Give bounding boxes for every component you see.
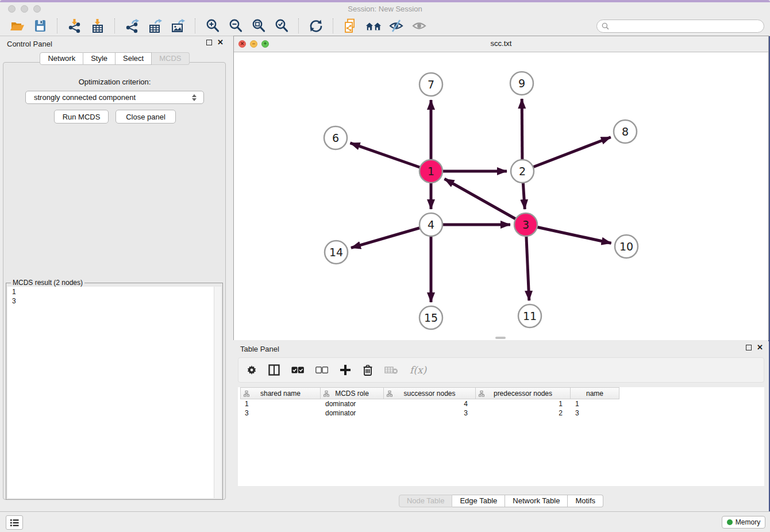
deselect-all-icon[interactable] xyxy=(315,367,328,373)
tab-mcds[interactable]: MCDS xyxy=(152,52,189,65)
select-all-icon[interactable] xyxy=(291,367,304,373)
import-network-icon[interactable] xyxy=(66,18,83,34)
save-session-icon[interactable] xyxy=(32,18,49,34)
column-header-mcds-role[interactable]: MCDS role xyxy=(321,387,384,399)
import-table-icon[interactable] xyxy=(89,18,106,34)
cell-predecessor-nodes: 2 xyxy=(476,409,571,417)
cell-successor-nodes: 4 xyxy=(384,400,476,408)
hide-selected-icon[interactable] xyxy=(388,18,405,34)
tab-style[interactable]: Style xyxy=(83,52,116,65)
result-node: 1 xyxy=(12,288,221,296)
dropdown-stepper-icon xyxy=(192,94,197,101)
control-panel-title: Control Panel xyxy=(7,40,52,48)
cell-shared-name: 3 xyxy=(240,409,321,417)
toolbar-separator xyxy=(333,18,334,33)
graph-node-label-14: 14 xyxy=(329,246,343,259)
float-panel-icon[interactable] xyxy=(206,40,212,45)
graph-node-label-11: 11 xyxy=(523,310,537,322)
export-table-icon[interactable] xyxy=(147,18,164,34)
toggle-columns-icon[interactable] xyxy=(268,364,280,376)
graph-edge-4-14[interactable] xyxy=(351,225,431,248)
memory-status-icon xyxy=(727,519,733,525)
delete-table-icon xyxy=(384,365,398,375)
show-all-icon[interactable] xyxy=(411,18,428,34)
tab-network[interactable]: Network xyxy=(40,52,83,65)
first-neighbors-icon[interactable] xyxy=(365,18,382,34)
cell-successor-nodes: 3 xyxy=(384,409,476,417)
network-window-titlebar[interactable]: ✕ − + scc.txt xyxy=(234,36,768,52)
hierarchy-icon xyxy=(387,391,392,397)
graph-node-label-7: 7 xyxy=(428,78,434,91)
column-header-name[interactable]: name xyxy=(571,387,619,399)
zoom-in-icon[interactable] xyxy=(204,18,221,34)
function-builder-icon: f(x) xyxy=(410,364,426,376)
table-row[interactable]: 3dominator323 xyxy=(240,408,619,418)
run-mcds-button[interactable]: Run MCDS xyxy=(54,110,109,124)
tab-node-table[interactable]: Node Table xyxy=(399,495,453,507)
search-input[interactable] xyxy=(613,21,759,31)
tab-edge-table[interactable]: Edge Table xyxy=(452,495,505,507)
control-panel: Control Panel ✕ NetworkStyleSelectMCDS O… xyxy=(0,36,229,507)
result-node: 3 xyxy=(12,297,221,305)
graph-node-label-3: 3 xyxy=(522,218,529,231)
criterion-dropdown[interactable]: strongly connected component xyxy=(25,91,204,104)
network-title: scc.txt xyxy=(234,39,768,48)
table-panel-title: Table Panel xyxy=(240,345,279,353)
column-header-shared-name[interactable]: shared name xyxy=(240,387,321,399)
tab-motifs[interactable]: Motifs xyxy=(568,495,603,507)
open-session-icon[interactable] xyxy=(9,18,26,34)
apply-layout-icon[interactable] xyxy=(307,18,325,34)
memory-button[interactable]: Memory xyxy=(722,516,765,529)
toolbar-separator xyxy=(195,18,196,33)
cell-mcds-role: dominator xyxy=(321,400,384,408)
table-row[interactable]: 1dominator411 xyxy=(240,399,619,408)
result-scrollbar[interactable] xyxy=(214,287,221,498)
column-label: MCDS role xyxy=(335,390,369,398)
cell-name: 3 xyxy=(571,409,619,417)
tab-select[interactable]: Select xyxy=(116,52,152,65)
network-window: ✕ − + scc.txt 7968124314101511 xyxy=(233,36,769,340)
optimization-criterion-label: Optimization criterion: xyxy=(0,78,229,86)
column-label: predecessor nodes xyxy=(494,390,552,398)
graph-edge-3-1[interactable] xyxy=(445,179,526,225)
network-canvas[interactable]: 7968124314101511 xyxy=(234,52,768,340)
hierarchy-icon xyxy=(479,391,484,397)
zoom-fit-icon[interactable] xyxy=(250,18,267,34)
column-settings-icon[interactable] xyxy=(247,365,257,375)
search-field xyxy=(596,20,764,33)
zoom-out-icon[interactable] xyxy=(227,18,244,34)
column-header-successor-nodes[interactable]: successor nodes xyxy=(384,387,476,399)
table-panel: Table Panel ✕ xyxy=(233,341,769,511)
close-table-panel-icon[interactable]: ✕ xyxy=(757,345,763,350)
graph-edge-2-8[interactable] xyxy=(522,137,611,171)
graph-edge-3-10[interactable] xyxy=(526,225,611,243)
close-panel-icon[interactable]: ✕ xyxy=(217,40,224,45)
column-label: name xyxy=(586,390,603,398)
status-bar: Memory xyxy=(0,511,770,532)
session-title: Session: New Session xyxy=(0,5,770,13)
graph-edge-1-6[interactable] xyxy=(350,143,431,171)
graph-node-label-4: 4 xyxy=(428,218,434,231)
column-header-predecessor-nodes[interactable]: predecessor nodes xyxy=(476,387,571,399)
new-network-from-selection-icon[interactable] xyxy=(342,18,359,34)
criterion-value: strongly connected component xyxy=(34,93,192,102)
table-header-row: shared nameMCDS rolesuccessor nodesprede… xyxy=(240,387,619,399)
control-panel-tabs: NetworkStyleSelectMCDS xyxy=(0,52,229,65)
close-panel-button[interactable]: Close panel xyxy=(116,110,176,124)
graph-node-label-6: 6 xyxy=(332,132,339,144)
task-history-button[interactable] xyxy=(6,515,23,530)
list-icon xyxy=(10,519,19,527)
float-table-panel-icon[interactable] xyxy=(746,345,752,350)
graph-node-label-1: 1 xyxy=(428,165,434,178)
tab-network-table[interactable]: Network Table xyxy=(505,495,568,507)
add-row-icon[interactable] xyxy=(340,364,351,376)
zoom-selected-icon[interactable] xyxy=(273,18,290,34)
application-window: Session: New Session xyxy=(0,0,770,532)
mcds-result-legend: MCDS result (2 nodes) xyxy=(11,279,84,287)
export-image-icon[interactable] xyxy=(170,18,187,34)
delete-row-icon[interactable] xyxy=(363,364,373,376)
export-network-icon[interactable] xyxy=(124,18,141,34)
table-panel-tabs: Node TableEdge TableNetwork TableMotifs xyxy=(233,495,769,507)
graph-node-label-9: 9 xyxy=(518,77,525,90)
toolbar-separator xyxy=(57,18,58,33)
